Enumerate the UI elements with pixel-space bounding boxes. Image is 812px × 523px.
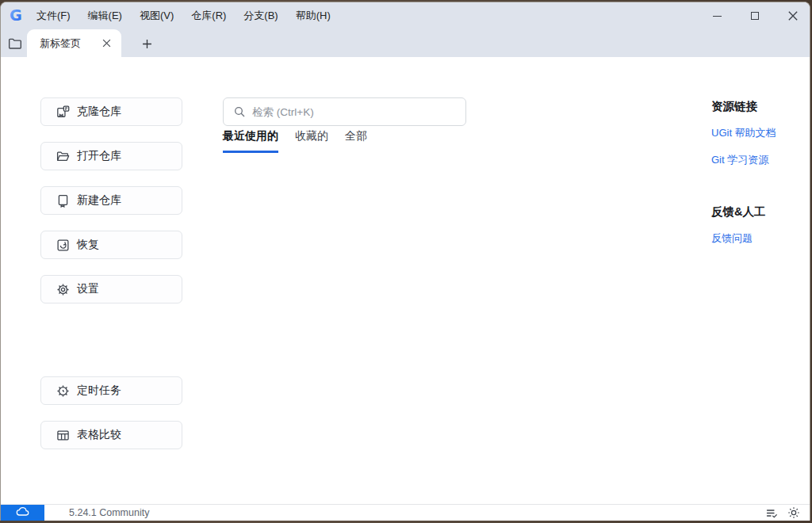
tab-all[interactable]: 全部 [345, 129, 367, 153]
clone-repo-label: 克隆仓库 [77, 105, 121, 119]
menu-branch[interactable]: 分支(B) [235, 2, 286, 29]
tab-favorites[interactable]: 收藏的 [295, 129, 328, 153]
link-feedback-issue[interactable]: 反馈问题 [711, 231, 800, 246]
search-input[interactable] [252, 106, 458, 118]
resource-links-heading: 资源链接 [711, 99, 800, 114]
tab-close-icon[interactable] [100, 37, 113, 50]
tab-recently-used[interactable]: 最近使用的 [223, 129, 278, 153]
task-list-check-icon[interactable] [763, 506, 780, 520]
folder-open-icon [56, 150, 70, 163]
window-controls [691, 4, 805, 28]
tab-strip: 新标签页 [1, 29, 810, 57]
new-repo-label: 新建仓库 [77, 193, 121, 208]
open-repo-label: 打开仓库 [77, 149, 121, 163]
menu-view[interactable]: 视图(V) [131, 2, 182, 29]
scheduled-tasks-button[interactable]: 定时任务 [40, 376, 182, 405]
status-bar: 5.24.1 Community [1, 504, 810, 521]
svg-text:G: G [10, 6, 22, 25]
cloud-sync-button[interactable] [1, 505, 44, 521]
table-compare-button[interactable]: 表格比较 [40, 421, 182, 449]
open-repo-button[interactable]: 打开仓库 [40, 142, 182, 170]
scheduled-tasks-label: 定时任务 [77, 384, 121, 398]
maximize-icon[interactable] [743, 4, 767, 28]
feedback-heading: 反馈&人工 [711, 204, 800, 220]
search-icon [233, 105, 246, 118]
menu-file[interactable]: 文件(F) [28, 2, 79, 29]
statusbar-actions [758, 506, 802, 520]
minimize-icon[interactable] [705, 4, 729, 28]
gear-icon [56, 283, 70, 296]
settings-button[interactable]: 设置 [40, 275, 182, 303]
repo-new-icon [56, 194, 70, 208]
repo-clone-icon [56, 105, 70, 119]
theme-sun-icon[interactable] [785, 506, 802, 520]
cloud-icon [16, 506, 30, 520]
sidebar-primary-actions: 克隆仓库 打开仓库 新建仓库 [40, 97, 182, 319]
scheduled-task-icon [56, 384, 70, 398]
restore-icon [56, 239, 70, 252]
repo-filter-tabs: 最近使用的 收藏的 全部 [223, 129, 384, 153]
new-repo-button[interactable]: 新建仓库 [40, 186, 182, 215]
title-bar: G 文件(F) 编辑(E) 视图(V) 仓库(R) 分支(B) 帮助(H) [1, 2, 810, 29]
new-tab-plus-icon[interactable] [137, 34, 156, 53]
resource-panel: 资源链接 UGit 帮助文档 Git 学习资源 反馈&人工 反馈问题 [711, 93, 800, 258]
tab-label: 新标签页 [40, 36, 81, 51]
tab-new-page[interactable]: 新标签页 [27, 29, 121, 57]
menu-bar: 文件(F) 编辑(E) 视图(V) 仓库(R) 分支(B) 帮助(H) [28, 2, 339, 29]
link-git-learning[interactable]: Git 学习资源 [711, 153, 800, 167]
restore-button[interactable]: 恢复 [40, 231, 182, 259]
settings-label: 设置 [77, 282, 99, 296]
clone-repo-button[interactable]: 克隆仓库 [40, 97, 182, 126]
menu-edit[interactable]: 编辑(E) [79, 2, 131, 29]
menu-help[interactable]: 帮助(H) [287, 2, 339, 29]
main-content: 克隆仓库 打开仓库 新建仓库 [1, 57, 810, 504]
sidebar-tools: 定时任务 表格比较 [40, 376, 182, 465]
repo-search-box [223, 97, 466, 126]
table-compare-icon [56, 429, 70, 442]
link-ugit-help-docs[interactable]: UGit 帮助文档 [711, 126, 800, 140]
ugit-logo-icon: G [7, 6, 25, 25]
folder-icon[interactable] [8, 36, 24, 52]
close-icon[interactable] [781, 4, 805, 28]
app-window: G 文件(F) 编辑(E) 视图(V) 仓库(R) 分支(B) 帮助(H) 新标… [0, 2, 810, 521]
table-compare-label: 表格比较 [77, 428, 121, 442]
version-label: 5.24.1 Community [69, 507, 149, 518]
menu-repository[interactable]: 仓库(R) [182, 2, 235, 29]
restore-label: 恢复 [77, 238, 99, 252]
